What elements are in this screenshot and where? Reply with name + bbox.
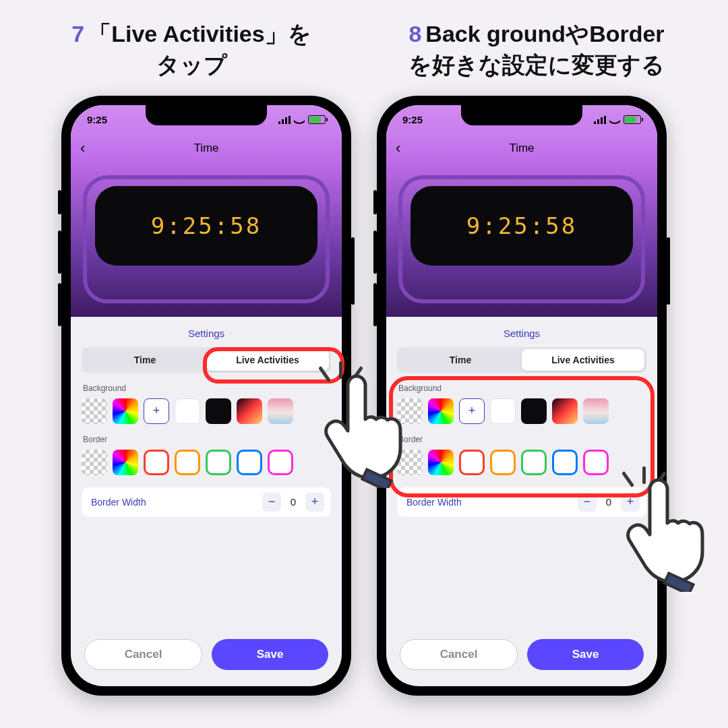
background-swatches: +	[82, 398, 331, 424]
clock-preview: 9:25:58	[95, 186, 317, 266]
stepper-value: 0	[284, 496, 303, 508]
tab-time[interactable]: Time	[399, 349, 522, 371]
bg-swatch-gradient-pastel[interactable]	[583, 398, 609, 424]
pointing-hand-icon	[311, 373, 412, 488]
wifi-icon	[609, 116, 620, 124]
nav-title: Time	[509, 142, 534, 155]
battery-icon	[308, 115, 326, 124]
border-width-label: Border Width	[91, 497, 146, 508]
border-swatch-magenta[interactable]	[268, 450, 293, 475]
pointing-hand-icon	[613, 477, 714, 592]
border-swatch-blue[interactable]	[552, 450, 578, 475]
segmented-control: Time Live Activities	[397, 347, 646, 373]
bg-swatch-black[interactable]	[206, 398, 231, 424]
caption-text: Back groundやBorder	[425, 21, 664, 47]
border-swatches	[82, 450, 331, 475]
caption-text: 「Live Activities」を	[88, 21, 311, 47]
background-swatches: +	[397, 398, 646, 424]
stepper-minus[interactable]: −	[262, 493, 281, 512]
border-swatch-orange[interactable]	[490, 450, 516, 475]
border-swatch-blue[interactable]	[237, 450, 262, 475]
border-swatch-green[interactable]	[521, 450, 547, 475]
bg-swatch-black[interactable]	[521, 398, 547, 424]
border-swatch-transparent[interactable]	[82, 450, 107, 475]
phone-notch	[146, 105, 267, 125]
preview-area: 9:25:58	[71, 162, 342, 317]
border-swatch-red[interactable]	[459, 450, 485, 475]
bg-swatch-white[interactable]	[175, 398, 200, 424]
step-number: 7	[71, 21, 84, 47]
bg-swatch-rainbow[interactable]	[428, 398, 454, 424]
bg-swatch-add[interactable]: +	[144, 398, 169, 424]
border-swatch-green[interactable]	[206, 450, 231, 475]
clock-preview: 9:25:58	[411, 186, 633, 266]
tab-live-activities[interactable]: Live Activities	[522, 349, 644, 371]
nav-bar: ‹ Time	[71, 135, 342, 162]
caption-step-7: 7「Live Activities」を タップ	[27, 19, 356, 81]
border-width-label: Border Width	[406, 497, 462, 508]
settings-title: Settings	[82, 328, 331, 339]
nav-bar: ‹ Time	[386, 135, 657, 162]
save-button[interactable]: Save	[527, 639, 644, 670]
bg-swatch-gradient-warm[interactable]	[552, 398, 578, 424]
tab-live-activities[interactable]: Live Activities	[206, 349, 329, 371]
border-width-row: Border Width − 0 +	[82, 487, 331, 517]
footer-buttons: Cancel Save	[71, 632, 342, 686]
stepper-plus[interactable]: +	[305, 493, 324, 512]
bg-swatch-gradient-pastel[interactable]	[268, 398, 293, 424]
caption-step-8: 8Back groundやBorder を好きな設定に変更する	[372, 19, 701, 81]
border-swatch-rainbow[interactable]	[113, 450, 138, 475]
status-time: 9:25	[402, 114, 423, 125]
bg-swatch-gradient-warm[interactable]	[237, 398, 262, 424]
status-time: 9:25	[87, 114, 107, 125]
border-width-row: Border Width − 0 +	[397, 487, 646, 517]
caption-text: タップ	[156, 52, 227, 78]
back-icon[interactable]: ‹	[396, 140, 400, 157]
clock-text: 9:25:58	[466, 212, 577, 239]
border-swatches	[397, 450, 646, 475]
signal-icon	[594, 116, 606, 124]
border-swatch-rainbow[interactable]	[428, 450, 454, 475]
background-label: Background	[398, 384, 646, 393]
tab-time[interactable]: Time	[84, 349, 206, 371]
clock-text: 9:25:58	[151, 212, 262, 239]
bg-swatch-add[interactable]: +	[459, 398, 485, 424]
phone-mockup-left: 9:25 ‹ Time 9:25:58 Settings	[61, 96, 351, 696]
footer-buttons: Cancel Save	[386, 632, 657, 686]
segmented-control: Time Live Activities	[82, 347, 331, 373]
cancel-button[interactable]: Cancel	[84, 639, 202, 670]
border-label: Border	[398, 435, 646, 444]
step-number: 8	[408, 21, 421, 47]
preview-area: 9:25:58	[386, 162, 657, 317]
stepper-minus[interactable]: −	[578, 493, 597, 512]
bg-swatch-white[interactable]	[490, 398, 516, 424]
phone-notch	[461, 105, 582, 125]
signal-icon	[278, 116, 291, 124]
save-button[interactable]: Save	[212, 639, 328, 670]
border-label: Border	[83, 435, 331, 444]
phone-mockup-right: 9:25 ‹ Time 9:25:58 Settings	[377, 96, 667, 696]
bg-swatch-transparent[interactable]	[82, 398, 107, 424]
border-swatch-magenta[interactable]	[583, 450, 609, 475]
wifi-icon	[294, 116, 305, 124]
border-swatch-red[interactable]	[144, 450, 169, 475]
border-swatch-orange[interactable]	[175, 450, 200, 475]
nav-title: Time	[193, 142, 218, 155]
border-width-stepper: − 0 +	[262, 493, 324, 512]
background-label: Background	[83, 384, 331, 393]
caption-text: を好きな設定に変更する	[408, 52, 665, 78]
cancel-button[interactable]: Cancel	[400, 639, 518, 670]
bg-swatch-rainbow[interactable]	[113, 398, 138, 424]
back-icon[interactable]: ‹	[80, 140, 85, 157]
settings-title: Settings	[397, 328, 646, 339]
battery-icon	[624, 115, 641, 124]
